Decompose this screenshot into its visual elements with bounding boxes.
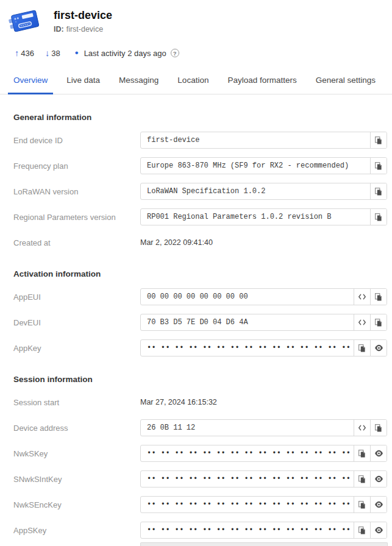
appskey-field-value[interactable]: •• •• •• •• •• •• •• •• •• •• •• •• •• •… [141, 522, 354, 538]
appskey-field: •• •• •• •• •• •• •• •• •• •• •• •• •• •… [140, 522, 387, 539]
device-address-field: 26 0B 11 12 [140, 419, 387, 436]
row-regional-parameters-version: Regional Parameters version RP001 Region… [13, 208, 392, 225]
byte-toggle-button[interactable] [354, 420, 370, 436]
field-label: AppSKey [13, 526, 140, 535]
copy-icon [374, 213, 383, 222]
field-label: NwkSKey [13, 449, 140, 458]
deveui-field-value[interactable]: 70 B3 D5 7E D0 04 D6 4A [141, 314, 354, 330]
row-end-device-id: End device ID first-device [13, 132, 392, 149]
reveal-button[interactable] [370, 445, 387, 461]
section-heading-general-information: General information [13, 113, 392, 122]
nwksenckey-field-value[interactable]: •• •• •• •• •• •• •• •• •• •• •• •• •• •… [141, 497, 354, 512]
copy-button[interactable] [370, 289, 387, 305]
deveui-field: 70 B3 D5 7E D0 04 D6 4A [140, 314, 387, 331]
copy-button[interactable] [354, 522, 370, 538]
copy-button[interactable] [370, 420, 387, 436]
tab-location[interactable]: Location [172, 75, 214, 94]
frequency-plan-field: Europe 863-870 MHz (SF9 for RX2 - recomm… [140, 157, 387, 174]
tab-general-settings[interactable]: General settings [310, 75, 381, 94]
field-label: LoRaWAN version [13, 187, 140, 196]
field-label: Regional Parameters version [13, 213, 140, 222]
end-device-id-field-value[interactable]: first-device [141, 132, 370, 148]
section-heading-activation-information: Activation information [13, 269, 392, 278]
field-label: AppEUI [13, 292, 140, 302]
page-title: first-device [54, 9, 112, 22]
device-board-icon [9, 7, 41, 37]
end-device-id-field: first-device [140, 132, 387, 149]
copy-icon [374, 187, 383, 196]
copy-icon [358, 449, 366, 458]
copy-button[interactable] [354, 445, 370, 461]
tab-bar: OverviewLive dataMessagingLocationPayloa… [0, 75, 392, 94]
eye-icon [374, 501, 383, 508]
field-label: SNwkSIntKey [13, 475, 140, 484]
field-label: DevEUI [13, 318, 140, 327]
tab-overview[interactable]: Overview [8, 75, 53, 94]
copy-button[interactable] [370, 314, 387, 330]
appkey-field-value[interactable]: •• •• •• •• •• •• •• •• •• •• •• •• •• •… [141, 340, 354, 356]
reveal-button[interactable] [370, 522, 387, 538]
frequency-plan-field-value[interactable]: Europe 863-870 MHz (SF9 for RX2 - recomm… [141, 158, 370, 174]
copy-button[interactable] [354, 471, 370, 487]
reveal-button[interactable] [370, 497, 387, 512]
downlink-count: ↓ 38 [45, 48, 60, 58]
eye-icon [374, 344, 383, 352]
copy-button[interactable] [370, 158, 387, 174]
nwkskey-field-value[interactable]: •• •• •• •• •• •• •• •• •• •• •• •• •• •… [141, 445, 354, 461]
uplink-arrow-icon: ↑ [15, 48, 19, 58]
reveal-button[interactable] [370, 340, 387, 356]
field-label: Frequency plan [13, 161, 140, 171]
copy-button[interactable] [354, 497, 370, 512]
uplink-count-value: 436 [21, 49, 34, 58]
overview-content: General information End device ID first-… [0, 94, 392, 546]
help-circle-icon[interactable]: ? [171, 49, 179, 57]
tab-payload-formatters[interactable]: Payload formatters [222, 75, 302, 94]
code-icon [358, 293, 366, 300]
device-address-field-value[interactable]: 26 0B 11 12 [141, 420, 354, 436]
field-label: Session start [13, 398, 140, 407]
field-label: Created at [13, 238, 140, 247]
uplink-count: ↑ 436 [15, 48, 34, 58]
field-label: End device ID [13, 136, 140, 145]
copy-button[interactable] [354, 340, 370, 356]
lorawan-version-field-value[interactable]: LoRaWAN Specification 1.0.2 [141, 183, 370, 199]
nwksenckey-field: •• •• •• •• •• •• •• •• •• •• •• •• •• •… [140, 496, 387, 513]
regional-parameters-version-field-value[interactable]: RP001 Regional Parameters 1.0.2 revision… [141, 209, 370, 225]
device-stats: ↑ 436 ↓ 38 • Last activity 2 days ago ? [0, 47, 392, 59]
copy-icon [358, 500, 366, 509]
row-nwkskey: NwkSKey •• •• •• •• •• •• •• •• •• •• ••… [13, 445, 392, 462]
copy-icon [374, 292, 383, 302]
appkey-field: •• •• •• •• •• •• •• •• •• •• •• •• •• •… [140, 339, 387, 356]
row-device-address: Device address 26 0B 11 12 [13, 419, 392, 436]
session-start-value: Mar 27, 2024 16:15:32 [140, 398, 387, 406]
tab-messaging[interactable]: Messaging [113, 75, 164, 94]
created-at-value: Mar 2, 2022 09:41:40 [140, 238, 387, 247]
copy-button[interactable] [370, 209, 387, 225]
copy-icon [358, 344, 366, 353]
byte-toggle-button[interactable] [354, 314, 370, 330]
section-heading-session-information: Session information [13, 375, 392, 384]
row-appeui: AppEUI 00 00 00 00 00 00 00 00 [13, 288, 392, 305]
copy-button[interactable] [370, 132, 387, 148]
field-label: Device address [13, 424, 140, 433]
code-icon [358, 424, 366, 431]
copy-icon [374, 318, 383, 327]
downlink-arrow-icon: ↓ [45, 48, 49, 58]
snwksintkey-field-value[interactable]: •• •• •• •• •• •• •• •• •• •• •• •• •• •… [141, 471, 354, 487]
byte-toggle-button[interactable] [354, 289, 370, 305]
copy-icon [358, 475, 366, 484]
copy-button[interactable] [370, 183, 387, 199]
eye-icon [374, 450, 383, 457]
last-activity-text: Last activity 2 days ago [84, 49, 166, 58]
appeui-field-value[interactable]: 00 00 00 00 00 00 00 00 [141, 289, 354, 305]
reveal-button[interactable] [370, 471, 387, 487]
tab-live-data[interactable]: Live data [61, 75, 105, 94]
row-appkey: AppKey •• •• •• •• •• •• •• •• •• •• •• … [13, 339, 392, 356]
row-nwksenckey: NwkSEncKey •• •• •• •• •• •• •• •• •• ••… [13, 496, 392, 513]
device-id-value: first-device [66, 25, 103, 34]
row-snwksintkey: SNwkSIntKey •• •• •• •• •• •• •• •• •• •… [13, 470, 392, 488]
row-frequency-plan: Frequency plan Europe 863-870 MHz (SF9 f… [13, 157, 392, 174]
row-created-at: Created at Mar 2, 2022 09:41:40 [13, 234, 392, 251]
snwksintkey-field: •• •• •• •• •• •• •• •• •• •• •• •• •• •… [140, 470, 387, 488]
row-session-start: Session start Mar 27, 2024 16:15:32 [13, 394, 392, 411]
